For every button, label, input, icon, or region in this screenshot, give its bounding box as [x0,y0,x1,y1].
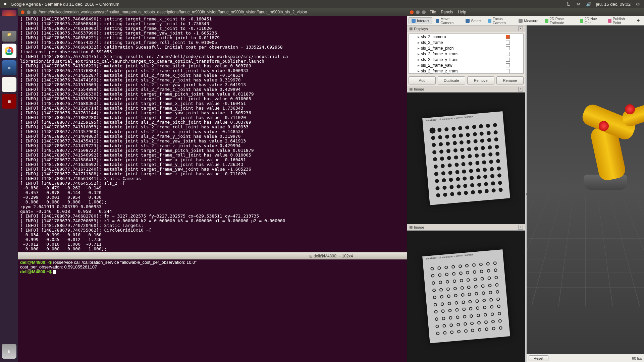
window-title: Google Agenda - Semaine du 11 déc. 2016 … [11,2,119,7]
remove-button[interactable]: Remove [467,76,494,84]
tool-icon [488,19,491,23]
tree-item[interactable]: ▸sls_2_frame_x_trans [409,51,523,57]
rviz-statusbar: Reset 60 fps [527,354,644,362]
panel-close-icon[interactable]: × [518,26,523,31]
launcher-thunderbird[interactable]: ✉ [2,60,16,75]
checkbox[interactable] [506,46,510,50]
displays-panel-header[interactable]: ▦Displays × [407,25,525,32]
tool-2d-pose-estimate[interactable]: 2D Pose Estimate [542,15,576,26]
checkbox[interactable] [506,58,510,62]
unity-launcher: 📁 ✉ ✎ ▦ RViz 🗑 [0,8,18,362]
minimize-icon[interactable] [27,10,31,14]
tool-focus-camera[interactable]: Focus Camera [485,15,515,26]
image-view-1[interactable]: Small dot = 10 mm Big dot = 20 mm diamet… [407,93,525,224]
displays-tree[interactable]: ▸sls_2_camera▸sls_2_frame▸sls_2_frame_pi… [409,34,524,74]
tool-select[interactable]: Select [463,17,484,24]
clock[interactable]: jeu. 15 déc. 09:02 [596,2,631,7]
tree-item[interactable]: ▸sls_2_frame_z_trans [409,68,523,74]
rviz-window: FilePanelsHelp InteractMove CameraSelect… [407,8,644,362]
tool-icon [412,19,416,23]
tree-item[interactable]: ▸sls_2_camera [409,34,523,40]
launcher-text-editor[interactable]: ✎ [2,77,16,92]
terminal-title: /home/dell/code/catkin_workspace/src/ins… [39,10,307,14]
tool-add[interactable]: ✚ [634,17,643,24]
sound-icon[interactable]: 🔊 [586,1,591,7]
tool-publish-point[interactable]: Publish Point [605,15,633,26]
mail-icon[interactable]: ✉ [576,1,581,7]
grid-floor [527,196,644,306]
launcher-chromium[interactable] [2,44,16,58]
maximize-icon[interactable] [422,10,426,14]
menu-panels[interactable]: Panels [441,10,453,14]
panel-close-icon[interactable]: × [518,225,523,230]
tool-2d-nav-goal[interactable]: 2D Nav Goal [577,15,604,26]
fps-label: 60 fps [632,356,642,360]
image-view-2[interactable]: Small dot = 10 mm Big dot = 20 mm diamet… [407,231,525,362]
ubuntu-topbar: Google Agenda - Semaine du 11 déc. 2016 … [0,0,644,8]
ubuntu-logo-icon [3,1,8,7]
menu-file[interactable]: File [430,10,436,14]
duplicate-button[interactable]: Duplicate [438,76,465,84]
add-button[interactable]: Add [409,76,436,84]
rviz-titlebar[interactable]: FilePanelsHelp [407,8,644,16]
close-icon[interactable] [21,10,24,14]
rename-button[interactable]: Rename [496,76,524,84]
panel-close-icon[interactable]: × [518,87,523,92]
launcher-trash[interactable]: 🗑 [2,344,16,359]
gear-icon[interactable]: ⚙ [635,1,641,7]
tool-icon [580,19,583,23]
close-icon[interactable] [410,10,414,14]
tree-item[interactable]: ▸sls_2_frame_y_trans [409,57,523,62]
network-icon[interactable]: ⇅ [566,1,571,7]
rviz-toolbar: InteractMove CameraSelectFocus CameraMea… [407,16,644,25]
checkbox[interactable] [506,52,510,56]
tool-icon [436,19,439,23]
tool-icon [608,19,611,23]
launcher-app-red[interactable]: ▦ [2,94,16,109]
checkbox[interactable] [506,35,510,39]
checkbox[interactable] [506,69,510,73]
menu-help[interactable]: Help [458,10,466,14]
checkbox[interactable] [506,41,510,45]
tree-item[interactable]: ▸sls_2_frame_pitch [409,45,523,51]
tool-icon [545,19,548,23]
tool-move-camera[interactable]: Move Camera [433,15,462,26]
image-panel-header-1[interactable]: ▦Image × [407,86,525,93]
tool-icon [519,19,523,23]
rviz-3d-view[interactable] [527,25,644,354]
tool-measure[interactable]: Measure [516,17,541,24]
minimize-icon[interactable] [416,10,420,14]
checkbox[interactable] [506,63,510,67]
maximize-icon[interactable] [33,10,37,14]
tool-icon [466,19,470,23]
tree-item[interactable]: ▸sls_2_frame_yaw [409,62,523,68]
tool-interact[interactable]: Interact [409,17,432,24]
reset-button[interactable]: Reset [529,355,548,361]
rviz-left-dock: ▦Displays × ▸sls_2_camera▸sls_2_frame▸sl… [407,25,525,362]
image-panel-header-2[interactable]: ▦Image × [407,224,525,231]
launcher-rviz[interactable]: RViz [0,16,18,31]
tree-item[interactable]: ▸sls_2_frame [409,40,523,45]
